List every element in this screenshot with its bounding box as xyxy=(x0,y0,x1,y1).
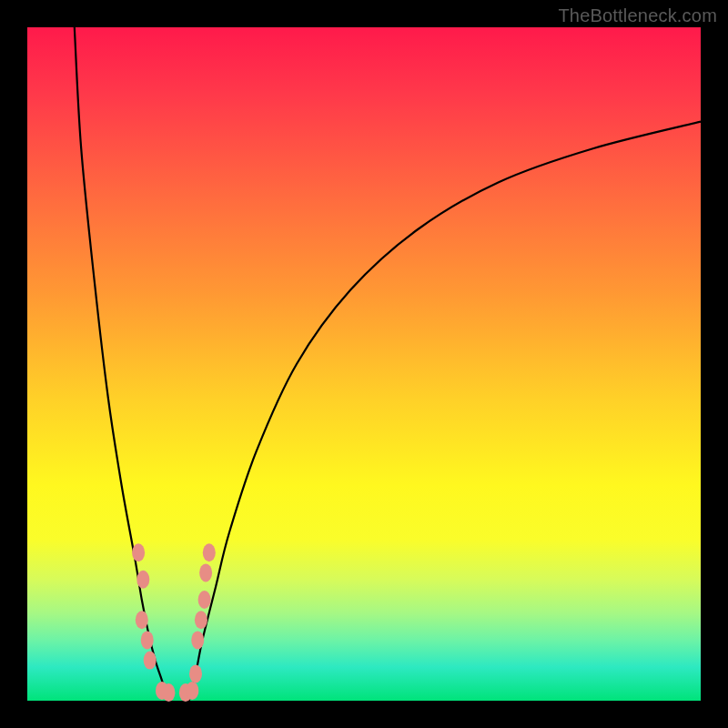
chart-svg xyxy=(27,27,701,701)
data-marker xyxy=(199,563,212,581)
data-marker xyxy=(144,652,157,670)
data-marker xyxy=(136,611,148,629)
data-marker xyxy=(162,683,175,702)
data-marker xyxy=(191,631,204,649)
plot-area xyxy=(27,27,701,701)
data-marker xyxy=(189,664,202,682)
outer-frame: TheBottleneck.com xyxy=(0,0,728,728)
watermark-text: TheBottleneck.com xyxy=(558,5,717,26)
right-branch-curve xyxy=(189,122,701,701)
data-marker xyxy=(141,631,154,649)
data-marker xyxy=(132,543,145,561)
data-marker xyxy=(186,682,198,700)
left-branch-curve xyxy=(75,27,169,701)
data-marker xyxy=(198,591,211,609)
data-marker xyxy=(195,611,207,629)
data-marker xyxy=(203,543,216,561)
data-marker xyxy=(136,571,149,589)
marker-group xyxy=(132,543,216,702)
